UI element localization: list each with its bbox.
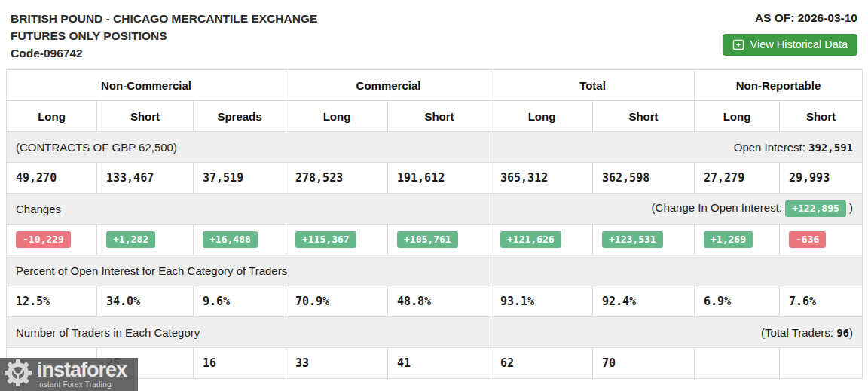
percent-value: 12.5%	[7, 286, 97, 317]
percent-label-spacer	[491, 255, 863, 286]
traders-value: 16	[194, 348, 286, 379]
position-value: 49,270	[7, 163, 97, 194]
col-total-long: Long	[491, 101, 593, 132]
changes-label: Changes	[7, 194, 491, 225]
col-comm-long: Long	[286, 101, 388, 132]
calendar-plus-icon	[732, 38, 744, 50]
traders-value: 62	[491, 348, 593, 379]
percent-label: Percent of Open Interest for Each Catego…	[7, 255, 491, 286]
open-interest-cell: Open Interest: 392,591	[491, 132, 863, 163]
cot-table: Non-Commercial Commercial Total Non-Repo…	[6, 69, 863, 379]
group-total: Total	[491, 70, 695, 101]
col-total-short: Short	[593, 101, 695, 132]
header-right: AS OF: 2026-03-10 View Historical Data	[723, 10, 860, 56]
traders-label-row: Number of Traders in Each Category (Tota…	[7, 317, 863, 348]
position-value: 29,993	[780, 163, 863, 194]
percent-value: 93.1%	[491, 286, 593, 317]
traders-value: 70	[593, 348, 695, 379]
total-traders-value: 96	[836, 327, 849, 339]
position-value: 278,523	[286, 163, 388, 194]
total-traders-suffix: )	[849, 326, 853, 339]
group-commercial: Commercial	[286, 70, 491, 101]
percent-value: 9.6%	[194, 286, 286, 317]
change-badge: +1,269	[704, 231, 753, 248]
traders-value	[695, 348, 780, 379]
col-nc-spreads: Spreads	[194, 101, 286, 132]
col-nr-long: Long	[695, 101, 780, 132]
change-oi-badge: +122,895	[785, 200, 846, 217]
percent-value: 7.6%	[780, 286, 863, 317]
group-non-reportable: Non-Reportable	[695, 70, 863, 101]
percent-value: 34.0%	[97, 286, 194, 317]
position-value: 133,467	[97, 163, 194, 194]
percent-value: 70.9%	[286, 286, 388, 317]
change-badge: -636	[789, 231, 826, 248]
instaforex-logo-icon	[4, 359, 32, 390]
total-traders-prefix: (Total Traders:	[761, 326, 833, 339]
change-oi-suffix: )	[849, 201, 853, 214]
view-historical-data-label: View Historical Data	[750, 38, 848, 50]
cot-report-page: BRITISH POUND - CHICAGO MERCANTILE EXCHA…	[0, 0, 868, 391]
open-interest-value: 392,591	[808, 142, 853, 154]
position-value: 362,598	[593, 163, 695, 194]
contracts-row: (CONTRACTS OF GBP 62,500) Open Interest:…	[7, 132, 863, 163]
report-title: BRITISH POUND - CHICAGO MERCANTILE EXCHA…	[11, 10, 317, 27]
watermark-text: instaforex Instant Forex Trading	[37, 360, 127, 389]
percent-value: 92.4%	[593, 286, 695, 317]
changes-label-row: Changes (Change In Open Interest: +122,8…	[7, 194, 863, 225]
changes-row: -10,229 +1,282 +16,488 +115,367 +105,761…	[7, 225, 863, 255]
watermark-brand: instaforex	[37, 360, 127, 380]
positions-row: 49,270 133,467 37,519 278,523 191,612 36…	[7, 163, 863, 194]
view-historical-data-button[interactable]: View Historical Data	[723, 34, 857, 56]
traders-value: 33	[286, 348, 388, 379]
column-header-row: Long Short Spreads Long Short Long Short…	[7, 101, 863, 132]
report-code: Code-096742	[11, 44, 317, 62]
total-traders-cell: (Total Traders: 96)	[491, 317, 863, 348]
change-badge: +115,367	[295, 231, 356, 248]
col-comm-short: Short	[388, 101, 491, 132]
report-titles: BRITISH POUND - CHICAGO MERCANTILE EXCHA…	[11, 10, 317, 62]
traders-label: Number of Traders in Each Category	[7, 317, 491, 348]
position-value: 37,519	[194, 163, 286, 194]
percent-value: 6.9%	[695, 286, 780, 317]
change-badge: +16,488	[203, 231, 258, 248]
as-of-date: AS OF: 2026-03-10	[723, 11, 857, 25]
position-value: 27,279	[695, 163, 780, 194]
position-value: 365,312	[491, 163, 593, 194]
col-nc-long: Long	[7, 101, 97, 132]
change-badge: +123,531	[602, 231, 663, 248]
percents-row: 12.5% 34.0% 9.6% 70.9% 48.8% 93.1% 92.4%…	[7, 286, 863, 317]
col-nc-short: Short	[97, 101, 194, 132]
change-badge: +1,282	[106, 231, 155, 248]
instaforex-watermark: instaforex Instant Forex Trading	[0, 358, 138, 391]
change-oi-prefix: (Change In Open Interest:	[652, 201, 782, 214]
group-non-commercial: Non-Commercial	[7, 70, 286, 101]
report-header: BRITISH POUND - CHICAGO MERCANTILE EXCHA…	[0, 0, 868, 69]
percent-label-row: Percent of Open Interest for Each Catego…	[7, 255, 863, 286]
change-badge: +105,761	[397, 231, 458, 248]
traders-value: 41	[388, 348, 491, 379]
percent-value: 48.8%	[388, 286, 491, 317]
contracts-label: (CONTRACTS OF GBP 62,500)	[7, 132, 491, 163]
change-open-interest-cell: (Change In Open Interest: +122,895 )	[491, 194, 863, 225]
traders-value	[780, 348, 863, 379]
change-badge: -10,229	[16, 231, 71, 248]
position-value: 191,612	[388, 163, 491, 194]
watermark-tagline: Instant Forex Trading	[37, 381, 127, 389]
report-subtitle: FUTURES ONLY POSITIONS	[11, 27, 317, 44]
open-interest-label: Open Interest:	[734, 141, 805, 154]
col-nr-short: Short	[780, 101, 863, 132]
change-badge: +121,626	[500, 231, 561, 248]
group-header-row: Non-Commercial Commercial Total Non-Repo…	[7, 70, 863, 101]
